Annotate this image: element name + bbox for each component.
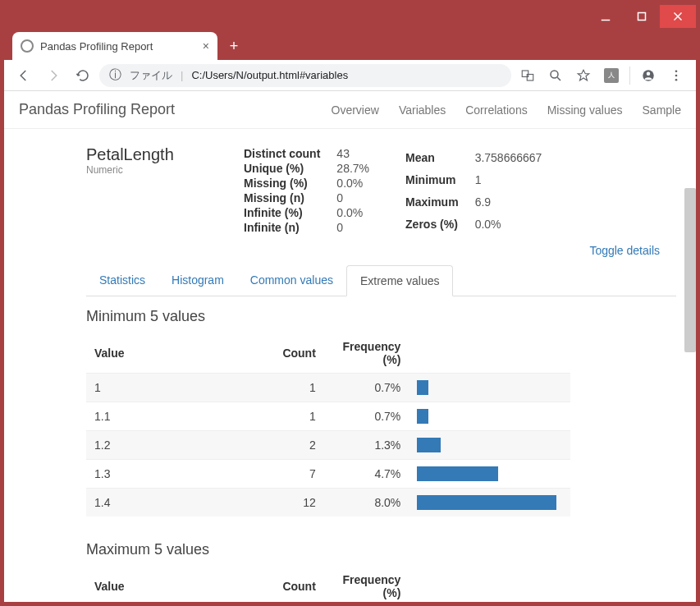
- stat-value: 0.0%: [475, 213, 542, 234]
- col-value: Value: [86, 333, 256, 374]
- col-count: Count: [256, 333, 324, 374]
- maximize-button[interactable]: [624, 5, 660, 28]
- pdf-icon[interactable]: 人: [598, 62, 625, 89]
- stat-value: 1: [475, 169, 542, 190]
- col-freq: Frequency (%): [324, 333, 409, 374]
- file-label: ファイル: [130, 68, 172, 83]
- cell-freq: 0.7%: [324, 374, 409, 402]
- tab-strip: Pandas Profiling Report × +: [4, 29, 696, 60]
- svg-line-7: [557, 77, 560, 80]
- report-nav-links: Overview Variables Correlations Missing …: [332, 103, 681, 117]
- reload-button[interactable]: [70, 62, 96, 89]
- nav-variables[interactable]: Variables: [399, 103, 446, 117]
- max-values-table: Value Count Frequency (%) 6.910.7%6.721.…: [86, 567, 570, 602]
- cell-count: 12: [256, 489, 324, 517]
- profile-icon[interactable]: [635, 62, 661, 89]
- detail-tab-common-values[interactable]: Common values: [237, 265, 346, 296]
- cell-value: 1.2: [86, 431, 256, 460]
- freq-bar: [417, 380, 428, 395]
- stats-left-table: Distinct count43Unique (%)28.7%Missing (…: [242, 145, 371, 236]
- stat-label: Infinite (n): [244, 221, 335, 234]
- zoom-icon[interactable]: [542, 62, 569, 89]
- stat-label: Distinct count: [244, 147, 335, 160]
- toggle-details-link[interactable]: Toggle details: [589, 244, 660, 257]
- cell-value: 1.3: [86, 460, 256, 489]
- stat-label: Infinite (%): [244, 206, 335, 219]
- scrollbar-thumb[interactable]: [684, 188, 696, 352]
- stat-value: 0: [336, 221, 369, 234]
- cell-freq: 4.7%: [324, 460, 409, 489]
- window-titlebar: [4, 4, 696, 29]
- new-tab-button[interactable]: +: [222, 34, 245, 57]
- stat-value: 3.758666667: [475, 147, 542, 168]
- stat-label: Missing (n): [244, 191, 335, 204]
- translate-icon[interactable]: [515, 62, 541, 89]
- table-row: 1.110.7%: [86, 402, 570, 431]
- nav-overview[interactable]: Overview: [332, 103, 379, 117]
- variable-name: PetalLength: [86, 145, 209, 164]
- svg-point-12: [675, 78, 678, 80]
- close-window-button[interactable]: [660, 5, 696, 28]
- min-section-title: Minimum 5 values: [86, 308, 676, 325]
- svg-rect-1: [638, 13, 646, 21]
- info-icon: ⓘ: [109, 67, 121, 83]
- detail-tabs: StatisticsHistogramCommon valuesExtreme …: [86, 265, 676, 296]
- tab-title: Pandas Profiling Report: [40, 40, 153, 53]
- stat-label: Minimum: [405, 169, 474, 190]
- table-row: 110.7%: [86, 374, 570, 402]
- url-text: C:/Users/N/output.html#variables: [191, 69, 348, 81]
- omnibox[interactable]: ⓘ ファイル | C:/Users/N/output.html#variable…: [99, 64, 511, 87]
- freq-bar: [417, 438, 441, 452]
- table-row: 1.374.7%: [86, 460, 570, 489]
- max-section-title: Maximum 5 values: [86, 541, 676, 558]
- col-value: Value: [86, 567, 256, 602]
- back-button[interactable]: [11, 62, 37, 89]
- stats-right-table: Mean3.758666667Minimum1Maximum6.9Zeros (…: [404, 145, 543, 236]
- cell-count: 1: [256, 402, 324, 431]
- stat-value: 0.0%: [336, 206, 369, 219]
- menu-icon[interactable]: [663, 62, 689, 89]
- cell-freq: 0.7%: [324, 402, 409, 431]
- detail-tab-statistics[interactable]: Statistics: [86, 265, 158, 296]
- table-row: 1.221.3%: [86, 431, 570, 460]
- bookmark-icon[interactable]: [570, 62, 597, 89]
- close-tab-icon[interactable]: ×: [203, 39, 209, 53]
- cell-value: 1.4: [86, 489, 256, 517]
- svg-point-9: [647, 71, 651, 76]
- cell-freq: 8.0%: [324, 489, 409, 517]
- address-bar: ⓘ ファイル | C:/Users/N/output.html#variable…: [4, 60, 696, 91]
- stat-label: Maximum: [405, 191, 474, 212]
- nav-missing[interactable]: Missing values: [547, 103, 623, 117]
- stat-value: 0: [336, 191, 369, 204]
- report-navbar: Pandas Profiling Report Overview Variabl…: [4, 91, 696, 129]
- stat-value: 28.7%: [336, 162, 369, 175]
- cell-count: 2: [256, 431, 324, 460]
- col-count: Count: [256, 567, 324, 602]
- stat-value: 43: [336, 147, 369, 160]
- freq-bar: [417, 495, 556, 510]
- stat-label: Missing (%): [244, 177, 335, 190]
- cell-count: 1: [256, 374, 324, 402]
- cell-value: 1: [86, 374, 256, 402]
- minimize-button[interactable]: [588, 5, 624, 28]
- stat-label: Zeros (%): [405, 213, 474, 234]
- stat-label: Unique (%): [244, 162, 335, 175]
- cell-value: 1.1: [86, 402, 256, 431]
- svg-point-10: [675, 70, 678, 72]
- report-title: Pandas Profiling Report: [19, 101, 175, 118]
- svg-point-11: [675, 74, 678, 76]
- detail-tab-extreme-values[interactable]: Extreme values: [346, 265, 453, 296]
- svg-point-6: [551, 71, 558, 78]
- stat-value: 0.0%: [336, 177, 369, 190]
- freq-bar: [417, 409, 428, 424]
- nav-sample[interactable]: Sample: [643, 103, 681, 117]
- browser-tab[interactable]: Pandas Profiling Report ×: [12, 32, 217, 60]
- forward-button[interactable]: [40, 62, 66, 89]
- cell-freq: 1.3%: [324, 431, 409, 460]
- globe-icon: [21, 39, 34, 53]
- freq-bar: [417, 466, 498, 481]
- detail-tab-histogram[interactable]: Histogram: [158, 265, 237, 296]
- nav-correlations[interactable]: Correlations: [465, 103, 527, 117]
- stat-label: Mean: [405, 147, 474, 168]
- col-freq: Frequency (%): [324, 567, 409, 602]
